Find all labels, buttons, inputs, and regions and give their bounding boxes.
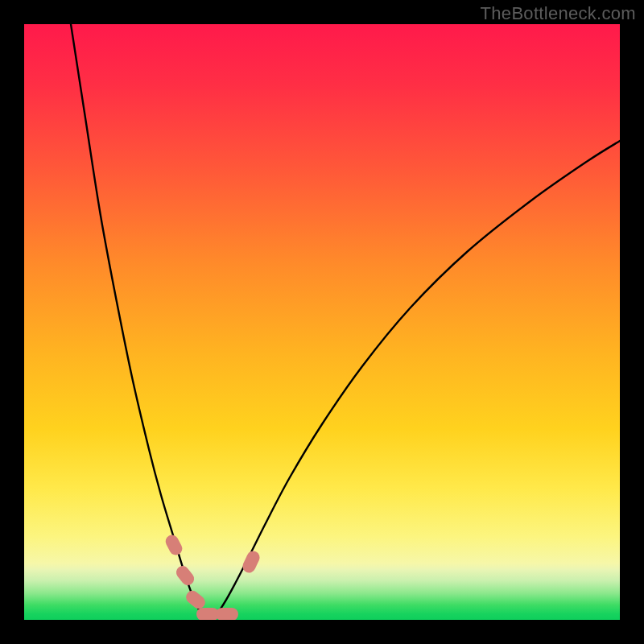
chart-frame: TheBottleneck.com [0, 0, 644, 644]
watermark-text: TheBottleneck.com [481, 3, 636, 24]
curve-marker [216, 608, 238, 620]
plot-area [24, 24, 620, 620]
bottleneck-curve [24, 24, 620, 620]
